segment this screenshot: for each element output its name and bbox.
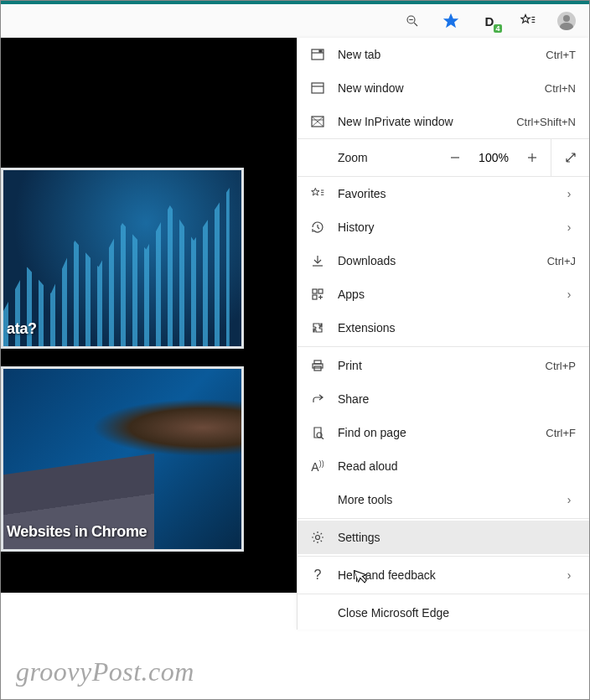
favorites-toolbar-button[interactable]	[509, 4, 547, 38]
menu-more-tools[interactable]: More tools ›	[298, 483, 589, 516]
menu-item-label: Favorites	[338, 187, 562, 200]
menu-zoom-row: Zoom 100%	[298, 138, 589, 177]
extension-icon	[311, 321, 324, 334]
read-aloud-icon: A))	[311, 459, 323, 474]
new-window-icon	[311, 81, 324, 95]
history-icon	[311, 220, 324, 234]
menu-item-shortcut: Ctrl+P	[546, 360, 576, 372]
favorite-button[interactable]	[432, 4, 470, 38]
svg-rect-14	[312, 83, 323, 93]
fullscreen-button[interactable]	[551, 138, 589, 177]
menu-history[interactable]: History ›	[298, 210, 589, 244]
menu-share[interactable]: Share	[298, 382, 589, 416]
menu-item-shortcut: Ctrl+T	[546, 49, 576, 61]
zoom-label: Zoom	[298, 151, 405, 164]
gear-icon	[311, 531, 324, 544]
menu-find[interactable]: Find on page Ctrl+F	[298, 416, 589, 449]
menu-extensions[interactable]: Extensions	[298, 311, 589, 345]
chevron-right-icon: ›	[562, 220, 576, 234]
menu-item-label: Find on page	[338, 426, 546, 439]
separator	[298, 518, 589, 519]
menu-item-label: Help and feedback	[338, 568, 562, 582]
svg-rect-28	[313, 295, 317, 299]
tile-caption: Websites in Chrome	[7, 523, 147, 541]
star-list-icon	[520, 13, 536, 29]
zoom-out-icon	[405, 13, 420, 29]
svg-rect-31	[314, 360, 321, 364]
new-tab-icon	[311, 48, 324, 61]
menu-apps[interactable]: Apps ›	[298, 277, 589, 311]
menu-item-label: History	[338, 220, 562, 234]
svg-marker-3	[443, 13, 458, 28]
svg-marker-20	[312, 188, 319, 195]
menu-item-label: New window	[338, 81, 545, 95]
svg-rect-13	[319, 50, 322, 52]
menu-downloads[interactable]: Downloads Ctrl+J	[298, 244, 589, 277]
fullscreen-icon	[564, 151, 577, 164]
watermark: groovyPost.com	[16, 656, 194, 687]
profile-button[interactable]	[547, 4, 586, 38]
menu-item-shortcut: Ctrl+Shift+N	[516, 116, 576, 128]
menu-item-label: New tab	[338, 48, 546, 61]
content-tile-1[interactable]: ata?	[1, 168, 244, 349]
menu-item-label: Close Microsoft Edge	[338, 606, 576, 620]
menu-new-inprivate[interactable]: New InPrivate window Ctrl+Shift+N	[298, 105, 589, 138]
print-icon	[311, 359, 324, 372]
separator	[298, 556, 589, 557]
menu-item-label: Settings	[338, 531, 576, 544]
menu-item-label: Downloads	[338, 254, 547, 267]
chevron-right-icon: ›	[562, 288, 576, 301]
menu-settings[interactable]: Settings	[298, 521, 589, 554]
settings-menu: New tab Ctrl+T New window Ctrl+N New InP…	[297, 38, 589, 630]
svg-marker-4	[521, 15, 530, 23]
menu-item-label: Apps	[338, 288, 562, 301]
apps-icon	[311, 288, 324, 301]
zoom-out-button[interactable]	[437, 138, 474, 177]
minus-icon	[449, 152, 461, 163]
menu-print[interactable]: Print Ctrl+P	[298, 349, 589, 382]
menu-read-aloud[interactable]: A)) Read aloud	[298, 449, 589, 483]
menu-new-window[interactable]: New window Ctrl+N	[298, 71, 589, 105]
menu-favorites[interactable]: Favorites ›	[298, 177, 589, 210]
chevron-right-icon: ›	[562, 568, 576, 582]
inprivate-icon	[311, 115, 324, 128]
menu-close-edge[interactable]: Close Microsoft Edge	[298, 596, 589, 630]
tile-caption: ata?	[7, 320, 37, 338]
zoom-out-button[interactable]	[393, 4, 432, 38]
extension-button[interactable]: D 4	[470, 4, 509, 38]
menu-item-label: Print	[338, 359, 546, 372]
svg-rect-26	[313, 289, 317, 293]
svg-point-36	[316, 536, 320, 540]
extension-badge: 4	[494, 24, 502, 33]
chevron-right-icon: ›	[562, 187, 576, 200]
avatar-icon	[557, 12, 576, 30]
separator	[298, 594, 589, 594]
menu-item-shortcut: Ctrl+J	[547, 255, 576, 267]
zoom-value: 100%	[474, 151, 514, 164]
content-tile-2[interactable]: Websites in Chrome	[1, 366, 244, 552]
menu-item-label: More tools	[338, 493, 562, 506]
menu-item-label: Read aloud	[338, 459, 576, 473]
svg-rect-27	[318, 289, 323, 293]
chevron-right-icon: ›	[562, 493, 576, 506]
menu-item-label: New InPrivate window	[338, 115, 516, 128]
share-icon	[311, 392, 324, 406]
download-icon	[311, 254, 324, 267]
separator	[298, 346, 589, 347]
menu-help[interactable]: ? Help and feedback ›	[298, 558, 589, 592]
menu-item-label: Extensions	[338, 321, 576, 334]
plus-icon	[526, 152, 538, 163]
find-icon	[311, 426, 324, 439]
menu-item-label: Share	[338, 392, 576, 406]
top-toolbar: D 4	[1, 4, 589, 38]
menu-item-shortcut: Ctrl+N	[545, 82, 576, 95]
star-filled-icon	[442, 12, 460, 30]
help-icon: ?	[314, 568, 322, 583]
svg-line-1	[414, 23, 417, 26]
page-content: ata? Websites in Chrome	[1, 38, 298, 593]
zoom-in-button[interactable]	[514, 138, 551, 177]
menu-new-tab[interactable]: New tab Ctrl+T	[298, 38, 589, 71]
extension-d-icon: D	[485, 14, 494, 29]
favorites-icon	[311, 187, 324, 200]
menu-item-shortcut: Ctrl+F	[546, 427, 576, 439]
